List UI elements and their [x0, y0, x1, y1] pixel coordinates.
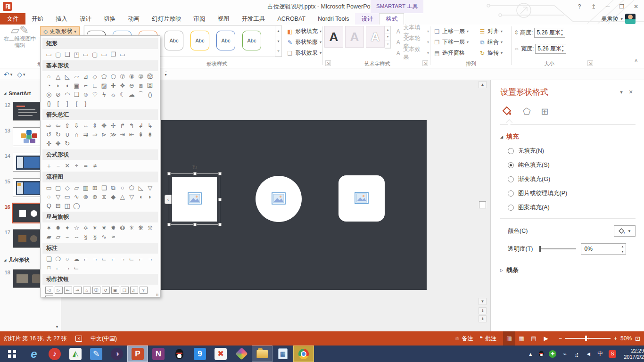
shape-option[interactable]: ▭ [99, 50, 109, 59]
wordart-style-preview[interactable]: A [366, 26, 385, 48]
shape-option[interactable]: ☾ [118, 90, 127, 99]
start-button[interactable] [0, 346, 24, 362]
shape-option[interactable]: ∿ [72, 192, 82, 201]
shape-option[interactable]: ⌙ [99, 255, 109, 263]
bring-forward-button[interactable]: ❏上移一层▾ [434, 26, 477, 37]
spellcheck-icon[interactable]: ✕ [75, 336, 82, 342]
shape-option[interactable]: ◠ [63, 90, 72, 99]
shape-option[interactable]: [ [54, 99, 63, 108]
shape-option[interactable]: ▥ [81, 183, 91, 192]
text-pane-toggle-button[interactable]: ‹ [165, 195, 172, 204]
align-button[interactable]: ☰对齐▾ [479, 26, 508, 37]
shape-option[interactable]: § [81, 232, 91, 241]
menu-resize-grip[interactable]: ⠿ [156, 292, 159, 297]
shape-option[interactable]: ✹ [54, 223, 63, 232]
shape-option[interactable]: ❏ [63, 50, 72, 59]
shape-option[interactable]: ✴ [91, 223, 100, 232]
zoom-slider-thumb[interactable] [585, 336, 587, 341]
shape-option[interactable]: ⬠ [99, 72, 109, 81]
shape-option[interactable]: ⓘ [92, 287, 100, 294]
shape-option[interactable]: ▰ [44, 232, 54, 241]
shape-option[interactable]: ❖ [118, 81, 127, 90]
shape-option[interactable]: ◖ [136, 192, 146, 201]
scrollbar-thumb[interactable] [479, 201, 486, 208]
wordart-scroll-up-button[interactable]: ▴ [385, 26, 390, 33]
shape-option[interactable]: ⌒ [136, 90, 146, 99]
tab-开发工具[interactable]: 开发工具 [236, 13, 272, 25]
shape-option[interactable]: △ [118, 192, 127, 201]
shape-option[interactable]: ＋ [44, 161, 54, 170]
tab-设计[interactable]: 设计 [74, 13, 98, 25]
panel-dropdown-icon[interactable]: ▾ [617, 89, 626, 95]
selection-pane-button[interactable]: ▤选择窗格 [434, 48, 477, 58]
tab-file[interactable]: 文件 [0, 13, 25, 25]
line-section-header[interactable]: ▷ 线条 [500, 266, 636, 274]
shape-option[interactable]: ∟ [91, 81, 100, 90]
shape-option[interactable]: Q [44, 201, 54, 210]
width-spinner[interactable]: ▲▼ [560, 44, 565, 53]
shape-option[interactable]: ✥ [99, 121, 109, 130]
send-backward-button[interactable]: ❐下移一层▾ [434, 37, 477, 48]
help-button[interactable]: ? [572, 0, 586, 13]
resize-handle[interactable] [167, 172, 171, 175]
shape-option[interactable]: ⊗ [81, 192, 91, 201]
notes-app-icon[interactable]: ✎ [86, 346, 107, 362]
shape-option[interactable]: ⇥ [74, 287, 82, 294]
shape-option[interactable]: ↻ [63, 139, 72, 148]
fill-option[interactable]: 图案填充(A) [508, 204, 636, 212]
shape-option[interactable]: ⌙ [127, 255, 137, 263]
shape-option[interactable]: ❋ [136, 223, 146, 232]
powerpoint-taskbar-icon[interactable]: P [127, 346, 148, 362]
shape-option[interactable]: ⑫ [146, 72, 155, 81]
panel-close-icon[interactable]: ✕ [626, 89, 636, 95]
shape-option[interactable]: ▽ [146, 183, 155, 192]
notes-toggle[interactable]: ≐备注 [455, 335, 473, 343]
shape-option[interactable]: ≠ [91, 161, 100, 170]
shape-option[interactable]: ∿ [99, 232, 109, 241]
shape-option[interactable]: ▢ [54, 50, 63, 59]
fill-option[interactable]: 纯色填充(S) [508, 161, 636, 169]
fit-to-window-icon[interactable]: ⊡ [635, 335, 640, 342]
tab-contextual-格式[interactable]: 格式 [379, 13, 404, 25]
radio-button[interactable] [508, 176, 514, 182]
zoom-level[interactable]: 50% [620, 335, 632, 342]
wordart-dialog-launcher[interactable]: ⇲ [422, 60, 428, 66]
gallery-scroll-down-button[interactable]: ▾ [275, 36, 281, 47]
shape-option[interactable]: ⇦ [54, 121, 63, 130]
shape-option[interactable]: ❏ [121, 287, 129, 294]
shape-option[interactable]: ↰ [127, 121, 137, 130]
shape-option[interactable]: ☼ [109, 90, 118, 99]
shape-option[interactable]: ⇕ [91, 121, 100, 130]
restore-button[interactable]: ❐ [615, 0, 629, 13]
redo-shape-button[interactable]: ◇▾ [17, 71, 25, 78]
previous-slide-button[interactable]: ⇞ [479, 307, 487, 314]
shape-option[interactable]: ◺ [63, 72, 72, 81]
shape-option[interactable]: ✶ [44, 223, 54, 232]
radio-button[interactable] [508, 190, 514, 197]
customize-qat-button[interactable]: ▾ [165, 72, 167, 77]
size-properties-icon[interactable]: ⊞ [541, 106, 549, 117]
tray-network-icon[interactable]: ⣴ [573, 350, 580, 358]
slide-thumbnail[interactable] [13, 153, 43, 172]
slide-thumbnail[interactable] [13, 229, 43, 248]
shape-option[interactable]: ☺ [81, 90, 91, 99]
tray-qq-icon[interactable] [539, 351, 544, 357]
shape-option[interactable]: ϟ [99, 90, 109, 99]
shape-option[interactable]: ✷ [99, 223, 109, 232]
shape-option[interactable]: ¬ [118, 255, 127, 263]
shape-option[interactable]: ○ [63, 255, 72, 263]
circle-shape[interactable] [256, 176, 302, 222]
shape-option[interactable]: ⧈ [136, 81, 146, 90]
shape-option[interactable]: ❏ [44, 255, 54, 263]
qq-icon[interactable] [169, 346, 190, 362]
resize-handle[interactable] [193, 172, 197, 175]
shape-option[interactable]: ⊖ [127, 81, 137, 90]
slide-thumbnail[interactable] [13, 204, 43, 222]
shape-option[interactable]: ⬠ [127, 183, 137, 192]
shape-option[interactable]: △ [54, 72, 63, 81]
size-dialog-launcher[interactable]: ⇲ [587, 60, 593, 66]
shape-option[interactable]: ⑩ [136, 72, 146, 81]
resize-handle[interactable] [167, 223, 171, 226]
shape-option[interactable]: ✦ [63, 223, 72, 232]
language-indicator[interactable]: 中文(中国) [91, 335, 117, 343]
